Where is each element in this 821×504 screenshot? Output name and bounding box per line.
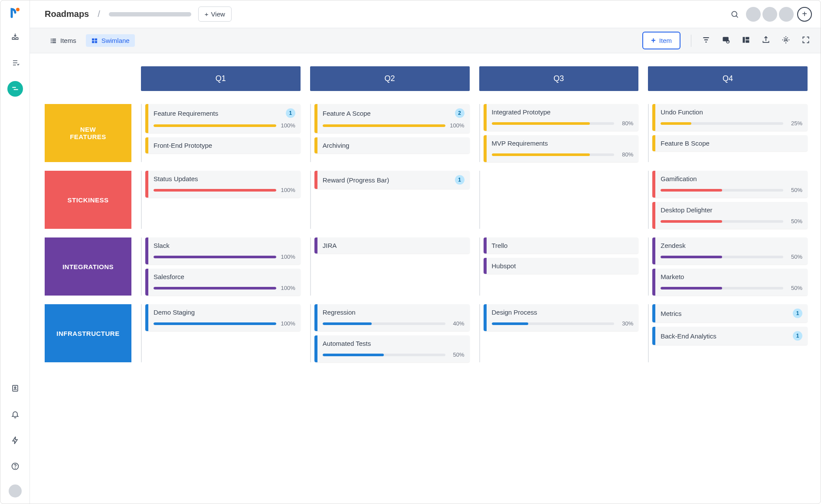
- svg-rect-9: [51, 39, 52, 39]
- card-title: Feature B Scope: [661, 140, 710, 147]
- bell-icon[interactable]: [7, 406, 23, 422]
- progress-bar: [154, 287, 276, 289]
- roadmap-card[interactable]: JIRA: [314, 237, 470, 254]
- card-title: Metrics: [661, 310, 681, 317]
- add-item-button[interactable]: + Item: [642, 32, 680, 49]
- collaborator-avatars: [746, 7, 794, 22]
- card-stripe: [652, 304, 655, 322]
- svg-point-6: [15, 468, 15, 468]
- link-icon[interactable]: [722, 36, 730, 46]
- roadmap-card[interactable]: Marketo50%: [652, 269, 808, 296]
- roadmap-card[interactable]: Demo Staging100%: [145, 304, 301, 331]
- roadmap-card[interactable]: Trello: [484, 237, 639, 254]
- roadmap-card[interactable]: Slack100%: [145, 237, 301, 264]
- avatar[interactable]: [746, 7, 761, 22]
- card-title: Feature Requirements: [154, 110, 218, 117]
- roadmap-card[interactable]: Gamification50%: [652, 171, 808, 198]
- card-title: Feature A Scope: [323, 110, 371, 117]
- progress-text: 100%: [281, 122, 295, 129]
- lane-cell: Status Updates100%: [141, 171, 301, 229]
- card-stripe: [652, 237, 655, 264]
- roadmap-card[interactable]: Automated Tests50%: [314, 335, 470, 362]
- add-collaborator-button[interactable]: +: [797, 7, 812, 22]
- progress-text: 50%: [788, 254, 802, 260]
- card-stripe: [652, 327, 655, 345]
- gear-icon[interactable]: [782, 36, 790, 46]
- export-icon[interactable]: [762, 36, 770, 46]
- card-title: Slack: [154, 242, 170, 249]
- column-header: Q1: [141, 66, 301, 91]
- tab-items[interactable]: Items: [45, 34, 82, 47]
- avatar[interactable]: [762, 7, 777, 22]
- card-title: Trello: [492, 242, 508, 249]
- progress-text: 80%: [618, 151, 633, 158]
- layout-icon[interactable]: [742, 36, 750, 46]
- list-check-icon[interactable]: [7, 55, 23, 71]
- roadmap-card[interactable]: Undo Function25%: [652, 104, 808, 131]
- roadmap-card[interactable]: Metrics1: [652, 304, 808, 322]
- card-stripe: [484, 104, 487, 131]
- progress-text: 100%: [281, 254, 295, 260]
- tab-swimlane[interactable]: Swimlane: [86, 34, 135, 47]
- svg-rect-22: [723, 37, 729, 41]
- add-view-button[interactable]: + View: [198, 7, 232, 22]
- roadmap-card[interactable]: Feature Requirements1100%: [145, 104, 301, 133]
- filter-icon[interactable]: [702, 36, 710, 46]
- roadmap-card[interactable]: Zendesk50%: [652, 237, 808, 264]
- fullscreen-icon[interactable]: [801, 36, 810, 46]
- roadmap-icon[interactable]: [7, 81, 23, 97]
- svg-rect-25: [746, 37, 749, 39]
- user-avatar[interactable]: [9, 484, 22, 497]
- roadmap-card[interactable]: Regression40%: [314, 304, 470, 331]
- card-stripe: [314, 304, 317, 331]
- card-title: Back-End Analytics: [661, 332, 716, 340]
- progress-bar: [323, 322, 445, 325]
- roadmap-card[interactable]: Desktop Delighter50%: [652, 202, 808, 229]
- roadmap-card[interactable]: Archiving: [314, 137, 470, 153]
- progress-bar: [492, 322, 615, 325]
- lane-cell: Feature A Scope2100%Archiving: [310, 104, 470, 162]
- svg-rect-11: [51, 40, 52, 41]
- page-header: Roadmaps / + View +: [30, 0, 821, 28]
- roadmap-card[interactable]: Status Updates100%: [145, 171, 301, 198]
- roadmap-card[interactable]: Back-End Analytics1: [652, 327, 808, 345]
- card-stripe: [652, 104, 655, 131]
- roadmap-card[interactable]: Design Process30%: [484, 304, 639, 331]
- contacts-icon[interactable]: [7, 380, 23, 396]
- column-header: Q4: [648, 66, 808, 91]
- help-icon[interactable]: [7, 458, 23, 474]
- card-title: JIRA: [323, 242, 337, 249]
- progress-text: 100%: [281, 320, 295, 327]
- card-title: Status Updates: [154, 175, 198, 182]
- card-title: Demo Staging: [154, 309, 195, 316]
- roadmap-card[interactable]: Front-End Prototype: [145, 137, 301, 153]
- inbox-icon[interactable]: [7, 29, 23, 45]
- card-title: Hubspot: [492, 262, 516, 270]
- card-stripe: [145, 104, 148, 133]
- card-stripe: [652, 202, 655, 229]
- card-badge: 1: [793, 309, 802, 318]
- card-stripe: [484, 304, 487, 331]
- svg-point-27: [785, 39, 787, 41]
- lane-cell: JIRA: [310, 237, 470, 296]
- roadmap-card[interactable]: MVP Requirements80%: [484, 135, 639, 162]
- avatar[interactable]: [779, 7, 794, 22]
- roadmap-card[interactable]: Feature A Scope2100%: [314, 104, 470, 133]
- roadmap-card[interactable]: Hubspot: [484, 258, 639, 274]
- svg-rect-14: [52, 42, 56, 43]
- lane-cell: [479, 171, 639, 229]
- bolt-icon[interactable]: [7, 432, 23, 448]
- card-stripe: [652, 269, 655, 296]
- roadmap-card[interactable]: Integrated Prototype80%: [484, 104, 639, 131]
- progress-text: 100%: [450, 122, 464, 129]
- roadmap-card[interactable]: Salesforce100%: [145, 269, 301, 296]
- search-icon[interactable]: [727, 7, 742, 22]
- progress-bar: [323, 354, 445, 356]
- lane-cell: Zendesk50%Marketo50%: [648, 237, 808, 296]
- roadmap-card[interactable]: Feature B Scope: [652, 135, 808, 151]
- breadcrumb-placeholder: [109, 12, 191, 16]
- svg-point-4: [14, 387, 16, 388]
- roadmap-card[interactable]: Reward (Progress Bar)1: [314, 171, 470, 189]
- progress-bar: [661, 256, 783, 258]
- toolbar-divider: [691, 35, 691, 47]
